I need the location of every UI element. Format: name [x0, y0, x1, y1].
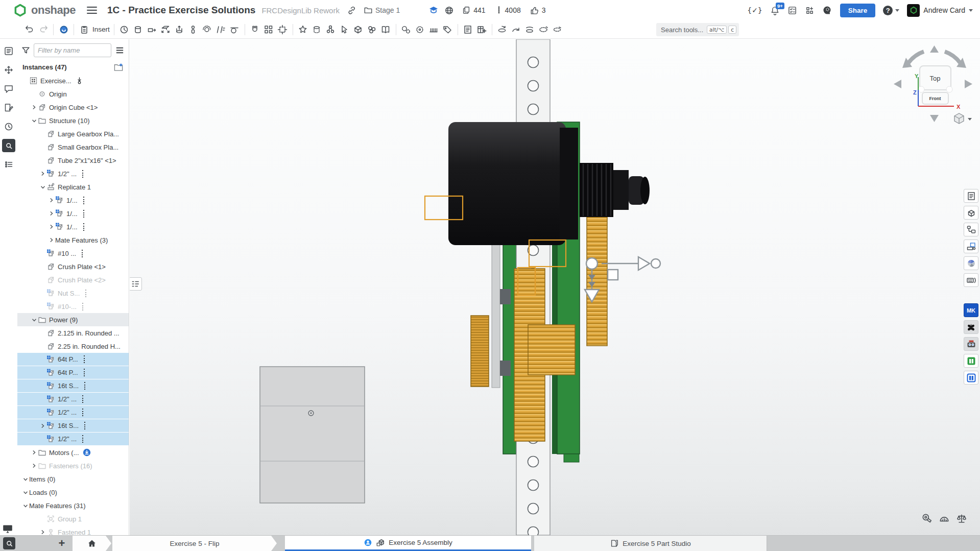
configuration-indicator-icon[interactable]: [84, 422, 85, 429]
snapshot-icon[interactable]: [57, 22, 70, 36]
chevron-right-icon[interactable]: [47, 196, 55, 204]
chevron-right-icon[interactable]: [39, 422, 46, 430]
tree-item[interactable]: Replicate 1: [17, 180, 129, 194]
parts-list-panel-icon[interactable]: [2, 158, 15, 171]
3d-viewport[interactable]: Top Front Y Z X MK: [130, 39, 980, 535]
apps-store-icon[interactable]: [805, 6, 815, 15]
tree-item[interactable]: #10 ...: [17, 247, 129, 260]
configuration-indicator-icon[interactable]: [85, 290, 86, 297]
shortcuts-panel-icon[interactable]: [964, 273, 978, 287]
configuration-indicator-icon[interactable]: [83, 223, 84, 231]
chevron-down-icon[interactable]: [30, 316, 38, 324]
chevron-down-icon[interactable]: [21, 501, 29, 510]
tree-item[interactable]: Origin: [17, 87, 129, 101]
views-count[interactable]: 4008: [495, 6, 521, 15]
chevron-down-icon[interactable]: [30, 116, 38, 125]
spur-gear-relation-icon[interactable]: [399, 22, 413, 36]
tab-exercise5-flip[interactable]: Exercise 5 - Flip: [112, 536, 277, 551]
configuration-indicator-icon[interactable]: [84, 355, 85, 363]
group-parts-icon[interactable]: [324, 22, 338, 36]
protractor-icon[interactable]: [938, 513, 950, 524]
insert-bom-icon[interactable]: [475, 22, 489, 36]
tree-item[interactable]: 1/...: [17, 207, 129, 220]
tree-item[interactable]: 64t P...: [17, 353, 129, 366]
tab-exercise5-assembly[interactable]: Exercise 5 Assembly: [285, 536, 531, 551]
list-options-icon[interactable]: [115, 45, 125, 55]
tree-item[interactable]: Structure (10): [17, 114, 129, 127]
search-tools-input[interactable]: Search tools... alt/⌥ c: [656, 23, 739, 36]
chevron-down-icon[interactable]: [21, 488, 29, 496]
configuration-indicator-icon[interactable]: [82, 409, 83, 416]
named-views-icon[interactable]: [461, 22, 475, 36]
configuration-indicator-icon[interactable]: [82, 395, 83, 403]
tree-item[interactable]: 64t P...: [17, 366, 129, 379]
mass-properties-icon[interactable]: [955, 513, 968, 524]
notifications-bell-icon[interactable]: 9+: [770, 6, 780, 15]
tree-item[interactable]: Fastened 1: [17, 525, 129, 535]
tree-item[interactable]: Origin Cube <1>: [17, 101, 129, 114]
share-button[interactable]: Share: [840, 4, 876, 17]
tree-item[interactable]: #10-...: [17, 300, 129, 313]
search-panel-icon[interactable]: [2, 139, 15, 152]
tasks-checklist-icon[interactable]: [787, 6, 797, 15]
sketch-panel-icon[interactable]: [964, 239, 978, 253]
tree-item[interactable]: 2.125 in. Rounded ...: [17, 326, 129, 340]
document-panel-icon[interactable]: [964, 189, 978, 203]
chevron-right-icon[interactable]: [30, 448, 38, 457]
pin-slot-mate-icon[interactable]: [186, 22, 200, 36]
collapse-tree-button[interactable]: [130, 277, 142, 291]
tree-item[interactable]: 1/2" ...: [17, 406, 129, 419]
motor-part[interactable]: [448, 122, 650, 245]
ball-mate-icon[interactable]: [200, 22, 214, 36]
home-tab-button[interactable]: [73, 536, 111, 551]
chevron-down-icon[interactable]: [39, 183, 46, 191]
tag-parts-icon[interactable]: [441, 22, 455, 36]
copies-count[interactable]: 441: [462, 6, 485, 15]
tree-item[interactable]: Items (0): [17, 472, 129, 486]
tree-item[interactable]: 1/2" ...: [17, 433, 129, 446]
tree-item[interactable]: 1/2" ...: [17, 393, 129, 406]
tree-item[interactable]: Loads (0): [17, 486, 129, 499]
planar-mate-icon[interactable]: [159, 22, 173, 36]
add-folder-icon[interactable]: [114, 63, 124, 71]
tree-item[interactable]: 1/2" ...: [17, 167, 129, 180]
standoff-block[interactable]: [500, 289, 511, 304]
insert-icon[interactable]: [77, 22, 91, 36]
gear-hub-part[interactable]: [528, 325, 575, 375]
filter-funnel-icon[interactable]: [21, 46, 30, 55]
view-cube[interactable]: Top Front Y Z X: [889, 43, 978, 127]
tree-item[interactable]: Exercise...: [17, 74, 129, 87]
versions-panel-icon[interactable]: [964, 256, 978, 270]
create-version-icon[interactable]: [296, 22, 310, 36]
filter-input[interactable]: [34, 43, 111, 57]
configuration-panel-icon[interactable]: [964, 206, 978, 220]
main-menu-icon[interactable]: [87, 5, 97, 16]
chevron-right-icon[interactable]: [30, 462, 38, 470]
user-menu[interactable]: Andrew Card: [907, 4, 973, 17]
tree-item[interactable]: Group 1: [17, 512, 129, 525]
tree-item[interactable]: 1/...: [17, 220, 129, 233]
cylindrical-mate-icon[interactable]: [173, 22, 186, 36]
gear-relation-icon[interactable]: [413, 22, 427, 36]
insert-label[interactable]: Insert: [92, 26, 110, 33]
library-blue-extension-icon[interactable]: [964, 371, 978, 385]
animate-5-icon[interactable]: [551, 22, 564, 36]
animate-3-icon[interactable]: [523, 22, 537, 36]
configuration-indicator-icon[interactable]: [82, 170, 83, 178]
linear-pattern-icon[interactable]: [262, 22, 276, 36]
redo-icon[interactable]: [36, 22, 50, 36]
configuration-indicator-icon[interactable]: [82, 303, 83, 310]
search-tabs-icon[interactable]: [3, 537, 15, 549]
tree-item[interactable]: Nut S...: [17, 286, 129, 300]
chevron-right-icon[interactable]: [47, 209, 55, 218]
configuration-indicator-icon[interactable]: [84, 382, 85, 390]
chevron-right-icon[interactable]: [47, 236, 55, 244]
chevron-right-icon[interactable]: [39, 170, 46, 178]
butterfly-extension-icon[interactable]: [964, 320, 978, 334]
copy-link-icon[interactable]: [347, 6, 356, 15]
tree-item[interactable]: 2.25 in. Rounded H...: [17, 340, 129, 353]
parallel-mate-icon[interactable]: [214, 22, 228, 36]
tree-item[interactable]: Large Gearbox Pla...: [17, 127, 129, 140]
view-menu-cube-icon[interactable]: [954, 113, 972, 124]
configuration-indicator-icon[interactable]: [83, 210, 84, 218]
